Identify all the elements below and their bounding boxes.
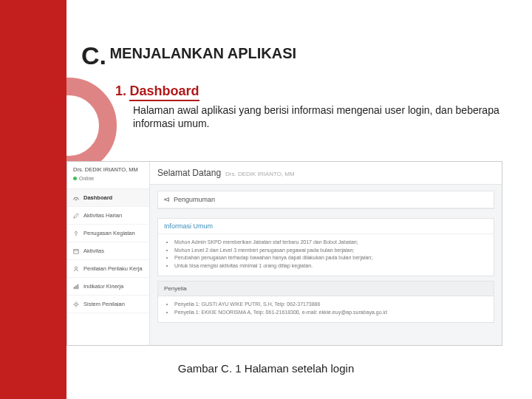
sidebar-item-aktivitas-harian[interactable]: Aktivitas Harian — [67, 207, 149, 225]
svg-rect-5 — [75, 285, 77, 289]
user-name: Drs. DEDIK IRIANTO, MM — [73, 166, 143, 173]
page-subtitle: Drs. DEDIK IRIANTO, MM — [225, 171, 295, 177]
info-panel: Informasi Umum Mohon Admin SKPD memberik… — [157, 218, 494, 276]
user-icon — [73, 266, 79, 272]
sidebar: Drs. DEDIK IRIANTO, MM Online Dashboard … — [67, 162, 150, 345]
sidebar-item-penugasan[interactable]: Penugasan Kegiatan — [67, 225, 149, 242]
calendar-icon — [73, 248, 79, 254]
list-item: Penyelia 1: GUSTI AYU WIKE PUTRI, S.H, T… — [174, 301, 488, 309]
info-panel-title: Informasi Umum — [158, 219, 494, 234]
pin-icon — [73, 231, 79, 236]
app-screenshot: Drs. DEDIK IRIANTO, MM Online Dashboard … — [66, 161, 502, 346]
announcement-label: Pengumuman — [174, 196, 215, 203]
svg-rect-1 — [74, 249, 78, 253]
heading-title: MENJALANKAN APLIKASI — [109, 45, 296, 62]
subheading-number: 1. — [115, 83, 126, 98]
sidebar-item-label: Penilaian Perilaku Kerja — [83, 265, 143, 272]
sidebar-item-label: Penugasan Kegiatan — [83, 230, 135, 236]
page-title: Selamat Datang — [157, 168, 221, 178]
sidebar-item-label: Indikator Kinerja — [83, 283, 123, 290]
sidebar-user-block: Drs. DEDIK IRIANTO, MM Online — [67, 162, 149, 189]
svg-point-7 — [75, 303, 77, 305]
megaphone-icon — [164, 197, 170, 202]
list-item: Untuk bisa mengisi aktivitas minimal 1 o… — [174, 262, 488, 270]
page-header: Selamat Datang Drs. DEDIK IRIANTO, MM — [150, 162, 502, 185]
subheading-description: Halaman awal aplikasi yang berisi inform… — [133, 103, 510, 130]
announcement-panel: Pengumuman — [157, 191, 494, 209]
bars-icon — [73, 284, 79, 290]
list-item: Penyelia 1: EKKIE NOORISMA A, Telp: 061-… — [174, 309, 488, 317]
heading-prefix: C. — [81, 41, 106, 69]
sidebar-item-label: Sistem Penilaian — [83, 301, 125, 307]
sidebar-item-dashboard[interactable]: Dashboard — [67, 189, 149, 207]
penyelia-panel: Penyelia Penyelia 1: GUSTI AYU WIKE PUTR… — [157, 281, 494, 323]
sidebar-menu: Dashboard Aktivitas Harian Penugasan Keg… — [67, 189, 149, 313]
figure-caption: Gambar C. 1 Halaman setelah login — [0, 362, 532, 375]
svg-point-3 — [75, 266, 77, 268]
list-item: Mohon Admin SKPD memberikan Jabatan staf… — [174, 239, 488, 247]
sidebar-item-label: Dashboard — [83, 194, 112, 201]
user-status: Online — [73, 176, 143, 181]
sidebar-item-label: Aktivitas Harian — [83, 212, 122, 219]
sidebar-item-sistem-penilaian[interactable]: Sistem Penilaian — [67, 296, 149, 313]
slide-red-bar — [0, 0, 66, 399]
sidebar-item-indikator[interactable]: Indikator Kinerja — [67, 278, 149, 296]
gauge-icon — [73, 195, 79, 201]
user-status-label: Online — [79, 176, 94, 181]
gear-icon — [73, 301, 79, 307]
sidebar-item-aktivitas[interactable]: Aktivitas — [67, 242, 149, 260]
penyelia-panel-title: Penyelia — [158, 282, 494, 296]
sidebar-item-penilaian-perilaku[interactable]: Penilaian Perilaku Kerja — [67, 260, 149, 278]
pencil-icon — [73, 213, 79, 219]
svg-point-0 — [75, 199, 77, 200]
svg-rect-4 — [74, 287, 75, 289]
online-dot-icon — [73, 177, 77, 180]
main-area: Selamat Datang Drs. DEDIK IRIANTO, MM Pe… — [150, 162, 502, 345]
list-item: Mohon Level 2 dan Level 3 memberi penuga… — [174, 247, 488, 255]
list-item: Perubahan penugasan terhadap bawahan han… — [174, 254, 488, 262]
sidebar-item-label: Aktivitas — [83, 248, 104, 254]
svg-rect-6 — [78, 284, 79, 288]
subheading-title: Dashboard — [129, 83, 199, 101]
